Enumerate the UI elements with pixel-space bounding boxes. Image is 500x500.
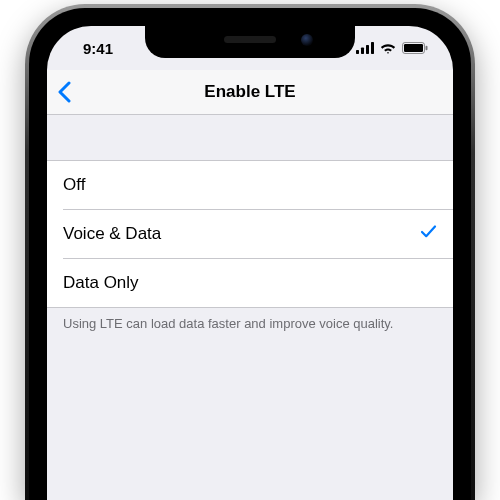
screen: 9:41 Enable LTE Off Voice & Data [47, 26, 453, 500]
svg-rect-6 [426, 46, 428, 50]
option-label: Voice & Data [63, 224, 161, 244]
phone-frame: 9:41 Enable LTE Off Voice & Data [25, 4, 475, 500]
status-time: 9:41 [83, 40, 113, 57]
svg-rect-5 [404, 44, 423, 52]
wifi-icon [380, 42, 396, 54]
page-title: Enable LTE [204, 82, 295, 102]
checkmark-icon [420, 223, 437, 245]
option-label: Data Only [63, 273, 139, 293]
navigation-bar: Enable LTE [47, 70, 453, 115]
option-voice-and-data[interactable]: Voice & Data [63, 209, 453, 258]
options-group: Off Voice & Data Data Only [47, 160, 453, 308]
footer-text: Using LTE can load data faster and impro… [63, 316, 437, 331]
option-off[interactable]: Off [47, 161, 453, 209]
earpiece-speaker [224, 36, 276, 43]
back-button[interactable] [57, 81, 71, 103]
battery-icon [402, 42, 428, 54]
option-data-only[interactable]: Data Only [63, 258, 453, 307]
svg-rect-2 [366, 45, 369, 54]
svg-rect-1 [361, 48, 364, 55]
front-camera [301, 34, 313, 46]
notch [145, 26, 355, 58]
chevron-left-icon [57, 81, 71, 103]
status-indicators [356, 42, 428, 54]
svg-rect-0 [356, 50, 359, 54]
svg-rect-3 [371, 42, 374, 54]
option-label: Off [63, 175, 85, 195]
cellular-icon [356, 42, 374, 54]
